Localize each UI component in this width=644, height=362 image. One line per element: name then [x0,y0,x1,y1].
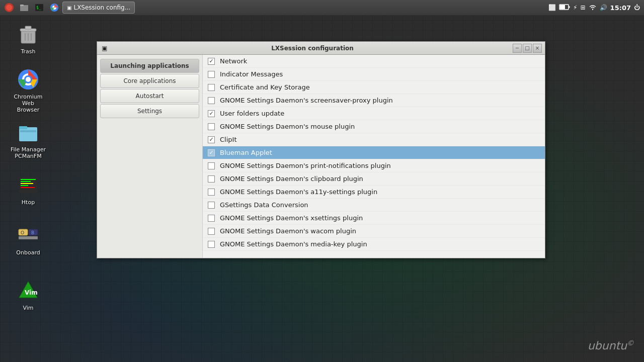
volume-icon: 🔊 [600,4,607,11]
svg-point-1 [6,5,12,11]
svg-rect-27 [21,183,33,184]
active-window-label: LXSession config... [73,4,130,11]
file-manager-taskbar-icon[interactable] [17,1,31,15]
item-checkbox[interactable] [208,241,215,248]
list-item[interactable]: GNOME Settings Daemon's print-notificati… [203,159,545,172]
desktop-icon-trash[interactable]: Trash [8,20,48,57]
item-label: GSettings Data Conversion [220,201,308,209]
list-item[interactable]: GNOME Settings Daemon's xsettings plugin [203,212,545,225]
menu-button[interactable] [2,1,16,15]
svg-rect-9 [569,6,570,8]
onboard-icon: O B [16,223,40,247]
screen-icon: ⬜ [548,4,556,11]
item-label: GNOME Settings Daemon's wacom plugin [220,227,356,235]
window-titlebar: ▣ LXSession configuration − □ × [97,42,545,55]
svg-rect-3 [20,5,24,6]
list-item[interactable]: GNOME Settings Daemon's wacom plugin [203,225,545,238]
item-label: GNOME Settings Daemon's media-key plugin [220,240,367,248]
item-checkbox[interactable] [208,202,215,209]
item-label: User folders update [220,110,284,117]
item-checkbox[interactable] [208,71,215,78]
desktop-icon-chromium[interactable]: ChromiumWeb Browser [8,65,48,115]
item-label: GNOME Settings Daemon's mouse plugin [220,123,355,130]
item-checkbox[interactable] [208,84,215,91]
item-checkbox[interactable] [208,149,215,156]
list-item[interactable]: GNOME Settings Daemon's mouse plugin [203,120,545,133]
item-label: GNOME Settings Daemon's screensaver-prox… [220,97,393,104]
sidebar-settings[interactable]: Settings [100,104,199,118]
sidebar-autostart[interactable]: Autostart [100,89,199,103]
list-item[interactable]: Blueman Applet [203,146,545,159]
item-label: ClipIt [220,136,236,143]
minimize-button[interactable]: − [513,44,522,53]
autostart-list[interactable]: NetworkIndicator MessagesCertificate and… [203,55,545,258]
svg-text:Vim: Vim [25,289,38,296]
svg-rect-28 [21,185,28,186]
item-label: GNOME Settings Daemon's print-notificati… [220,162,391,169]
desktop-icon-vim[interactable]: Vim Vim [8,277,48,313]
item-label: Blueman Applet [220,149,272,156]
trash-icon [16,22,40,46]
list-item[interactable]: Indicator Messages [203,68,545,81]
window-title: LXSession configuration [112,45,513,52]
svg-rect-25 [21,179,36,180]
list-item[interactable]: Certificate and Key Storage [203,81,545,94]
item-checkbox[interactable] [208,110,215,117]
battery-icon [559,4,570,12]
svg-rect-22 [19,126,27,129]
active-window-button[interactable]: ▣ LXSession config... [62,2,135,14]
svg-text:$_: $_ [36,6,41,10]
htop-icon [16,173,40,197]
list-item[interactable]: ClipIt [203,133,545,146]
browser-taskbar-icon[interactable] [47,1,61,15]
vim-label: Vim [23,305,33,311]
window-body: Launching applications Core applications… [97,55,545,258]
item-checkbox[interactable] [208,162,215,169]
item-checkbox[interactable] [208,97,215,104]
onboard-label: Onboard [16,249,40,256]
list-item[interactable]: Network [203,55,545,68]
svg-rect-29 [21,187,35,188]
list-item[interactable]: GNOME Settings Daemon's clipboard plugin [203,172,545,186]
item-label: Network [220,57,247,65]
terminal-taskbar-icon[interactable]: $_ [32,1,46,15]
item-checkbox[interactable] [208,228,215,235]
item-checkbox[interactable] [208,189,215,196]
item-checkbox[interactable] [208,215,215,222]
item-checkbox[interactable] [208,136,215,143]
item-label: GNOME Settings Daemon's clipboard plugin [220,175,363,183]
bluetooth-icon: ⚡ [573,4,577,11]
clock: 15:07 [610,4,631,12]
desktop-icon-htop[interactable]: Htop [8,171,48,208]
svg-rect-23 [20,130,36,132]
chromium-label: ChromiumWeb Browser [10,94,46,113]
maximize-button[interactable]: □ [523,44,532,53]
sidebar-core[interactable]: Core applications [100,74,199,88]
trash-label: Trash [21,48,35,55]
chromium-icon [16,67,40,92]
window-menu-icon[interactable]: ▣ [100,44,109,53]
filemanager-icon [16,120,40,144]
svg-text:B: B [31,230,34,235]
lxsession-window: ▣ LXSession configuration − □ × Launchin… [97,41,545,258]
taskbar-right: ⬜ ⚡ ⊞ 🔊 15:07 ⏻ [548,4,642,12]
svg-rect-21 [19,127,37,141]
sidebar-launching[interactable]: Launching applications [100,59,199,73]
list-item[interactable]: GNOME Settings Daemon's media-key plugin [203,238,545,251]
list-item[interactable]: User folders update [203,107,545,120]
item-checkbox[interactable] [208,175,215,183]
list-item[interactable]: GNOME Settings Daemon's a11y-settings pl… [203,186,545,199]
list-item[interactable]: GSettings Data Conversion [203,199,545,212]
desktop-icon-onboard[interactable]: O B Onboard [8,221,48,258]
svg-rect-13 [25,26,31,29]
item-label: GNOME Settings Daemon's a11y-settings pl… [220,188,377,196]
svg-rect-10 [560,5,565,9]
item-checkbox[interactable] [208,123,215,130]
close-button[interactable]: × [533,44,542,53]
item-checkbox[interactable] [208,58,215,65]
wifi-icon [589,4,597,12]
list-item[interactable]: GNOME Settings Daemon's screensaver-prox… [203,94,545,107]
desktop-icon-filemanager[interactable]: File ManagerPCManFM [8,118,48,161]
window-sidebar: Launching applications Core applications… [97,55,203,258]
power-icon[interactable]: ⏻ [634,4,640,11]
